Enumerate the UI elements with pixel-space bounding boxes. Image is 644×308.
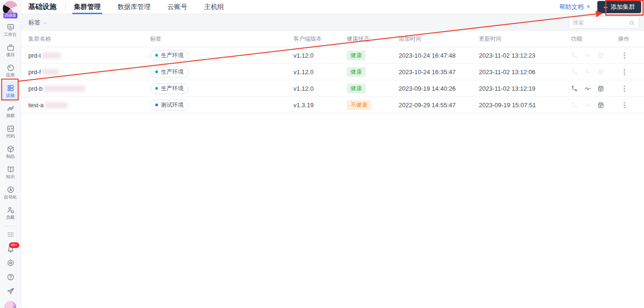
sidebar-item-infrastructure[interactable]: 设施 bbox=[1, 81, 19, 101]
user-avatar[interactable] bbox=[4, 301, 17, 308]
clipboard-icon[interactable] bbox=[597, 85, 604, 92]
link-nodes-icon bbox=[571, 52, 578, 59]
sidebar-item-code[interactable]: 代码 bbox=[1, 121, 19, 142]
column-header: 健康状态 bbox=[347, 35, 399, 43]
workload-icon bbox=[7, 206, 15, 214]
cluster-name: prd-t bbox=[28, 52, 41, 59]
sidebar-item-knowledge[interactable]: 知识 bbox=[1, 162, 19, 182]
table-row: test-a测试环境v1.3.19不健康2022-09-29 14:55:472… bbox=[21, 97, 644, 113]
artifact-icon bbox=[7, 145, 15, 153]
health-status-badge: 健康 bbox=[347, 84, 366, 94]
sidebar-item-automation[interactable]: 自动化 bbox=[1, 182, 19, 203]
env-tag-pill: 测试环境 bbox=[150, 100, 189, 111]
cluster-name: test-a bbox=[28, 102, 44, 109]
sidebar-item-label: 负载 bbox=[6, 215, 15, 219]
table-row: prd-b生产环境v1.12.0健康2023-09-19 14:40:26202… bbox=[21, 80, 644, 97]
sidebar-util-apps-grid[interactable] bbox=[1, 228, 19, 242]
updated-time: 2023-11-02 13:12:06 bbox=[479, 68, 571, 76]
health-cell: 不健康 bbox=[347, 100, 399, 110]
column-header: 客户端版本 bbox=[293, 35, 347, 43]
sidebar-util-settings[interactable] bbox=[1, 257, 19, 271]
env-tag-pill: 生产环境 bbox=[150, 83, 189, 94]
search-input[interactable] bbox=[573, 19, 629, 26]
cluster-name-cell: prd-t bbox=[28, 52, 150, 59]
pulse-icon[interactable] bbox=[584, 85, 591, 92]
cluster-name: prd-b bbox=[28, 85, 42, 92]
dashboard-icon bbox=[7, 23, 15, 31]
link-nodes-icon bbox=[571, 102, 578, 109]
sidebar-util-send[interactable] bbox=[1, 285, 19, 299]
title-separator bbox=[65, 4, 66, 10]
tab-3[interactable]: 主机组 bbox=[204, 0, 224, 14]
pulse-icon bbox=[584, 68, 591, 76]
more-actions-icon[interactable] bbox=[621, 86, 627, 92]
knowledge-icon bbox=[7, 165, 15, 173]
env-tag-pill: 生产环境 bbox=[150, 67, 189, 77]
tag-label: 测试环境 bbox=[161, 101, 184, 109]
sidebar-util-notifications[interactable]: 99+ bbox=[1, 242, 19, 257]
search-icon[interactable] bbox=[629, 20, 635, 26]
actions-cell bbox=[618, 69, 644, 75]
tag-cell: 生产环境 bbox=[150, 83, 293, 94]
notification-count-badge: 99+ bbox=[9, 242, 19, 248]
clipboard-icon bbox=[597, 68, 604, 76]
sidebar-item-applications[interactable]: 应用 bbox=[1, 60, 19, 81]
clipboard-icon[interactable] bbox=[597, 102, 604, 109]
tab-1[interactable]: 数据库管理 bbox=[117, 0, 151, 14]
filter-bar: 标签 bbox=[21, 14, 644, 31]
page-title: 基础设施 bbox=[28, 2, 57, 11]
table-row: prd-t生产环境v1.12.0健康2023-10-24 16:47:48202… bbox=[21, 47, 644, 64]
sidebar-item-label: 代码 bbox=[6, 134, 15, 138]
add-cluster-label: 添加集群 bbox=[611, 3, 635, 11]
redacted-text bbox=[42, 69, 59, 75]
feature-icons-cell bbox=[571, 52, 618, 59]
link-nodes-icon[interactable] bbox=[571, 85, 578, 92]
column-header: 集群名称 bbox=[28, 35, 150, 43]
app-logo[interactable]: 高级版 bbox=[3, 0, 18, 18]
tag-dot-icon bbox=[155, 54, 158, 57]
more-actions-icon[interactable] bbox=[621, 52, 627, 59]
tag-cell: 生产环境 bbox=[150, 50, 293, 61]
env-tag-pill: 生产环境 bbox=[150, 50, 189, 61]
actions-cell bbox=[618, 86, 644, 92]
sidebar-nav: 工作台项目应用设施洞察代码制品知识自动化负载 bbox=[1, 20, 19, 223]
infrastructure-icon bbox=[7, 84, 15, 92]
tag-cell: 测试环境 bbox=[150, 100, 293, 111]
tag-label: 生产环境 bbox=[161, 85, 184, 93]
client-version: v1.3.19 bbox=[293, 102, 347, 109]
tab-2[interactable]: 云账号 bbox=[167, 0, 187, 14]
redacted-text bbox=[42, 52, 61, 59]
app-icon bbox=[7, 64, 15, 72]
label-filter-dropdown[interactable]: 标签 bbox=[28, 18, 47, 27]
add-cluster-button[interactable]: + 添加集群 bbox=[597, 1, 641, 13]
external-link-icon bbox=[585, 4, 591, 10]
code-icon bbox=[7, 125, 15, 133]
more-actions-icon[interactable] bbox=[621, 102, 627, 108]
sidebar-item-artifacts[interactable]: 制品 bbox=[1, 142, 19, 162]
pulse-icon bbox=[584, 52, 591, 59]
sidebar-item-label: 洞察 bbox=[6, 113, 15, 118]
table-header: 集群名称标签客户端版本健康状态添加时间更新时间功能操作 bbox=[21, 31, 644, 47]
client-version: v1.12.0 bbox=[293, 68, 347, 76]
cluster-name-cell: test-a bbox=[28, 102, 150, 109]
more-actions-icon[interactable] bbox=[621, 69, 627, 75]
sidebar-item-insight[interactable]: 洞察 bbox=[1, 101, 19, 121]
sidebar-item-workbench[interactable]: 工作台 bbox=[1, 20, 19, 40]
sidebar-item-projects[interactable]: 项目 bbox=[1, 40, 19, 60]
apps-grid-icon bbox=[7, 231, 15, 240]
sidebar-item-workload[interactable]: 负载 bbox=[1, 203, 19, 223]
sidebar-divider bbox=[5, 226, 16, 226]
tag-dot-icon bbox=[155, 87, 158, 90]
tab-0[interactable]: 集群管理 bbox=[74, 0, 100, 14]
sidebar-item-label: 自动化 bbox=[4, 195, 17, 199]
health-status-badge: 不健康 bbox=[347, 100, 371, 110]
help-doc-link[interactable]: 帮助文档 bbox=[559, 3, 591, 11]
sidebar-item-label: 项目 bbox=[6, 52, 15, 57]
sidebar-util-help[interactable] bbox=[1, 271, 19, 285]
table-row: prd-f生产环境v1.12.0健康2023-10-24 16:35:47202… bbox=[21, 64, 644, 80]
search-box bbox=[569, 17, 639, 29]
sidebar: 高级版 工作台项目应用设施洞察代码制品知识自动化负载 99+ bbox=[0, 0, 21, 308]
sidebar-item-label: 设施 bbox=[6, 93, 15, 97]
tag-dot-icon bbox=[155, 70, 158, 73]
send-icon bbox=[7, 287, 15, 297]
